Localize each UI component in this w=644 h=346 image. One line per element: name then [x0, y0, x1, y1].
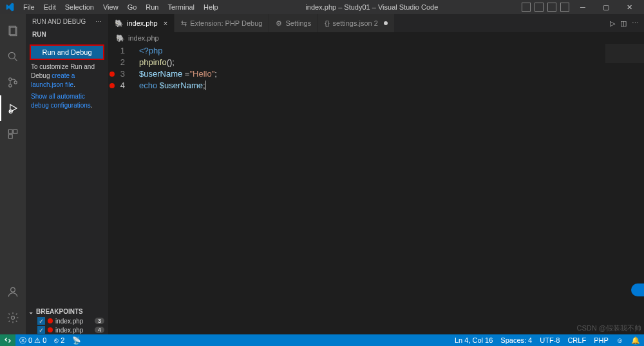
svg-line-3	[15, 59, 17, 61]
radio-status[interactable]: 📡	[68, 336, 85, 345]
breakpoint-dot-icon	[48, 327, 53, 332]
sidebar-title: RUN AND DEBUG	[32, 18, 86, 25]
run-icon[interactable]: ▷	[610, 19, 615, 28]
close-icon[interactable]: ×	[164, 19, 167, 27]
checkbox-icon[interactable]: ✓	[37, 326, 45, 334]
problems-status[interactable]: ⓧ0 ⚠0	[15, 336, 50, 345]
php-file-icon: 🐘	[116, 34, 125, 43]
tab-file-icon: ⚙	[276, 19, 282, 28]
sidebar-panel: RUN AND DEBUG ⋯ RUN Run and Debug To cus…	[26, 14, 108, 334]
feedback-icon[interactable]: ☺	[612, 336, 627, 345]
svg-rect-9	[8, 130, 12, 133]
svg-point-6	[14, 81, 17, 84]
line-badge: 3	[95, 318, 104, 324]
cursor-position[interactable]: Ln 4, Col 16	[451, 336, 497, 345]
breakpoint-marker-icon[interactable]	[109, 83, 115, 88]
eol-status[interactable]: CRLF	[564, 336, 590, 345]
tab-file-icon: ⇆	[181, 19, 187, 28]
customize-hint: To customize Run and Debug create a laun…	[26, 62, 108, 92]
breadcrumb[interactable]: 🐘 index.php	[108, 32, 644, 44]
source-control-icon[interactable]	[0, 70, 26, 95]
run-and-debug-button[interactable]: Run and Debug	[30, 44, 104, 60]
code-content[interactable]: <?phpphpinfo();$userName ="Hello";echo $…	[134, 44, 644, 334]
layout-icon[interactable]	[535, 3, 544, 12]
side-bubble[interactable]	[631, 284, 644, 296]
layout-icon[interactable]	[522, 3, 531, 12]
svg-point-5	[9, 84, 12, 87]
vscode-logo-icon	[5, 3, 14, 12]
watermark: CSDN @假装我不帅	[577, 323, 641, 333]
line-gutter[interactable]: 1234	[108, 44, 134, 334]
tab-file-icon: 🐘	[115, 19, 124, 28]
chevron-down-icon: ⌄	[28, 308, 36, 315]
breakpoint-marker-icon[interactable]	[109, 72, 115, 77]
window-title: index.php – Study01 – Visual Studio Code	[222, 3, 522, 11]
menu-run[interactable]: Run	[142, 2, 162, 12]
remote-indicator[interactable]	[0, 334, 15, 346]
modified-indicator	[384, 21, 388, 25]
split-editor-icon[interactable]: ◫	[620, 19, 627, 28]
settings-gear-icon[interactable]	[0, 305, 26, 331]
menu-edit[interactable]: Edit	[40, 2, 60, 12]
svg-marker-7	[10, 104, 17, 112]
explorer-icon[interactable]	[0, 18, 26, 44]
layout-icon[interactable]	[560, 3, 569, 12]
svg-point-4	[9, 78, 12, 81]
run-section-label: RUN	[26, 28, 108, 41]
notifications-icon[interactable]: 🔔	[627, 336, 644, 345]
menu-help[interactable]: Help	[200, 2, 222, 12]
checkbox-icon[interactable]: ✓	[37, 317, 45, 325]
run-debug-icon[interactable]	[0, 95, 26, 121]
more-actions-icon[interactable]: ⋯	[632, 19, 639, 28]
menu-selection[interactable]: Selection	[61, 2, 98, 12]
menu-terminal[interactable]: Terminal	[164, 2, 199, 12]
svg-rect-11	[8, 135, 12, 139]
breakpoints-section[interactable]: ⌄ BREAKPOINTS	[26, 307, 108, 316]
encoding-status[interactable]: UTF-8	[536, 336, 564, 345]
account-icon[interactable]	[0, 279, 26, 305]
tab-settings[interactable]: ⚙Settings	[269, 14, 318, 32]
minimize-button[interactable]: ─	[573, 0, 592, 14]
close-button[interactable]: ✕	[620, 0, 639, 14]
tab-settings-json-2[interactable]: {}settings.json 2	[318, 14, 395, 32]
more-icon[interactable]: ⋯	[95, 18, 102, 25]
tab-index-php[interactable]: 🐘index.php×	[108, 14, 175, 32]
tab-file-icon: {}	[325, 19, 329, 27]
line-badge: 4	[95, 327, 104, 333]
search-icon[interactable]	[0, 44, 26, 70]
svg-point-2	[8, 52, 15, 59]
maximize-button[interactable]: ▢	[596, 0, 616, 14]
tab-extension-php-debug[interactable]: ⇆Extension: PHP Debug	[175, 14, 269, 32]
breakpoint-dot-icon	[48, 318, 53, 323]
activity-bar	[0, 14, 26, 334]
breadcrumb-file: index.php	[128, 34, 159, 42]
breakpoint-item[interactable]: ✓index.php3	[26, 316, 108, 325]
main-menu: FileEditSelectionViewGoRunTerminalHelp	[19, 2, 222, 12]
menu-view[interactable]: View	[99, 2, 122, 12]
svg-point-12	[11, 287, 15, 292]
ports-status[interactable]: ⎋2	[50, 336, 68, 344]
show-auto-debug-link[interactable]: Show all automatic debug configurations	[31, 93, 91, 109]
status-bar: ⓧ0 ⚠0 ⎋2 📡 Ln 4, Col 16 Spaces: 4 UTF-8 …	[0, 334, 644, 346]
menu-file[interactable]: File	[19, 2, 39, 12]
breakpoint-item[interactable]: ✓index.php4	[26, 325, 108, 334]
layout-icon[interactable]	[547, 3, 556, 12]
svg-rect-10	[14, 130, 17, 133]
menu-go[interactable]: Go	[124, 2, 141, 12]
indentation-status[interactable]: Spaces: 4	[497, 336, 536, 345]
extensions-icon[interactable]	[0, 121, 26, 147]
editor-tabs: 🐘index.php×⇆Extension: PHP Debug⚙Setting…	[108, 14, 644, 32]
svg-point-13	[12, 316, 15, 320]
language-mode[interactable]: PHP	[590, 336, 612, 345]
